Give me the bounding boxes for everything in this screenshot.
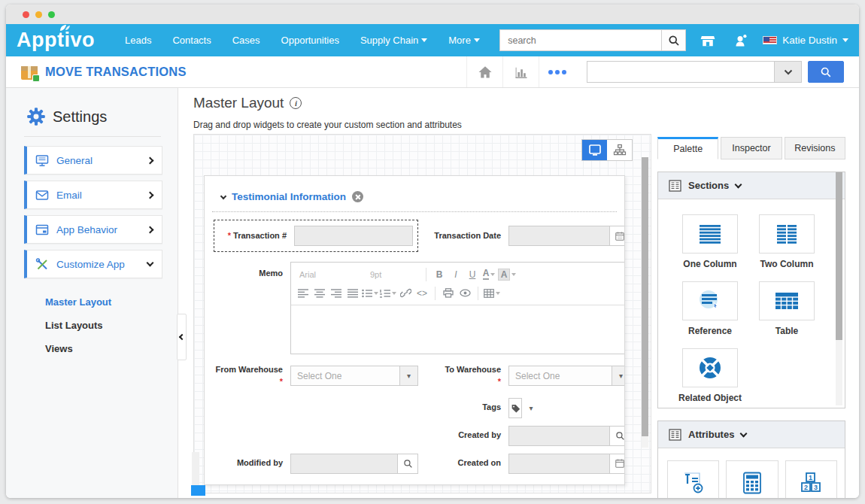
transaction-date-input[interactable] [508, 226, 610, 246]
user-menu[interactable]: Katie Dustin [763, 35, 848, 46]
sections-group-header[interactable]: Sections [658, 172, 845, 199]
code-button[interactable]: <> [414, 286, 429, 301]
layout-editor: Master Layout i Drag and drop widgets to… [178, 88, 859, 498]
bold-button[interactable]: B [432, 267, 447, 282]
nav-item-leads[interactable]: Leads [125, 35, 151, 46]
numbered-list-button[interactable] [380, 286, 396, 301]
more-actions-button[interactable] [539, 56, 575, 87]
field-label: Tags [426, 402, 501, 414]
link-button[interactable] [398, 286, 413, 301]
chevron-down-icon[interactable]: ▾ [612, 366, 625, 386]
app-store-button[interactable] [697, 29, 719, 52]
minimize-window-icon[interactable] [35, 11, 42, 18]
sidebar-subitem-views[interactable]: Views [45, 343, 178, 354]
align-right-button[interactable] [329, 286, 344, 301]
home-button[interactable] [466, 56, 502, 87]
tab-palette[interactable]: Palette [657, 137, 718, 159]
font-size-select[interactable]: 9pt [366, 267, 420, 282]
italic-button[interactable]: I [448, 267, 463, 282]
sidebar-item-email[interactable]: Email [24, 181, 162, 209]
bullet-list-button[interactable] [362, 286, 378, 301]
tab-inspector[interactable]: Inspector [721, 137, 782, 159]
field-label: To Warehouse * [426, 364, 501, 388]
nav-item-contacts[interactable]: Contacts [172, 35, 211, 46]
selected-field-transaction-number[interactable]: * Transaction # [214, 220, 418, 252]
print-button[interactable] [441, 286, 456, 301]
attributes-group-header[interactable]: Attributes [658, 421, 845, 448]
tree-view-toggle[interactable] [607, 140, 632, 160]
underline-button[interactable]: U [465, 267, 480, 282]
calendar-button[interactable] [610, 226, 625, 246]
modified-by-input[interactable] [290, 454, 398, 474]
section-remove-icon[interactable] [352, 191, 363, 202]
palette-item-related-object[interactable]: Related Object [672, 348, 748, 403]
created-on-input[interactable] [508, 454, 610, 474]
chevron-down-icon: ▾ [522, 398, 540, 418]
palette-item-table[interactable]: Table [748, 281, 825, 336]
canvas-scrollbar[interactable] [642, 157, 648, 448]
layout-canvas[interactable]: Testimonial Information * Transaction # [193, 134, 651, 493]
bar-chart-icon [513, 65, 530, 80]
sidebar-subitem-master-layout[interactable]: Master Layout [45, 296, 178, 308]
palette-item-text-attribute[interactable] [667, 460, 719, 498]
user-name: Katie Dustin [782, 35, 837, 46]
table-button[interactable] [484, 286, 500, 301]
global-search-button[interactable] [661, 29, 686, 51]
align-justify-button[interactable] [345, 286, 360, 301]
nav-item-more[interactable]: More [448, 35, 480, 46]
apptivo-logo[interactable]: Apptivo [17, 29, 95, 52]
tab-revisions[interactable]: Revisions [785, 137, 845, 159]
memo-rich-text-editor[interactable]: Arial 9pt B I U [290, 262, 625, 354]
preview-button[interactable] [457, 286, 472, 301]
sidebar-collapse-button[interactable] [177, 314, 187, 360]
info-icon[interactable]: i [290, 97, 302, 109]
sidebar-item-app-behavior[interactable]: App Behavior [24, 215, 162, 244]
palette-item-reference[interactable]: Reference [672, 281, 748, 336]
sidebar-item-general[interactable]: General [24, 146, 162, 175]
text-color-button[interactable]: A [481, 267, 496, 282]
nav-item-cases[interactable]: Cases [232, 35, 260, 46]
desktop-view-toggle[interactable] [582, 140, 607, 160]
canvas-left-scrollbar[interactable] [192, 452, 199, 485]
sidebar-item-customize-app[interactable]: Customize App [24, 250, 162, 278]
maximize-window-icon[interactable] [48, 11, 55, 18]
sidebar-subitem-list-layouts[interactable]: List Layouts [45, 320, 178, 331]
bg-color-button[interactable]: A [498, 267, 516, 282]
section-collapse-icon[interactable] [220, 193, 226, 199]
lookup-button[interactable] [398, 454, 418, 474]
memo-textarea[interactable] [291, 305, 625, 354]
close-window-icon[interactable] [23, 11, 29, 18]
palette-item-number-attribute[interactable] [726, 460, 778, 498]
nav-item-supply-chain[interactable]: Supply Chain [360, 35, 427, 46]
from-warehouse-select[interactable]: Select One ▾ [290, 366, 418, 386]
created-by-input[interactable] [508, 426, 610, 446]
record-search-button[interactable] [808, 61, 844, 83]
section-title[interactable]: Testimonial Information [232, 191, 346, 202]
transaction-number-input[interactable] [294, 226, 413, 246]
tags-button[interactable]: ▾ [508, 398, 540, 418]
global-search-input[interactable] [499, 29, 661, 51]
chevron-down-icon [490, 273, 495, 276]
record-selector [587, 61, 802, 83]
to-warehouse-select[interactable]: Select One ▾ [508, 366, 625, 386]
palette-item-one-column[interactable]: One Column [672, 214, 748, 269]
view-toggle-group [581, 139, 633, 161]
panel-scrollbar[interactable] [836, 172, 842, 405]
reports-button[interactable] [502, 56, 539, 87]
search-icon [615, 431, 625, 441]
storefront-icon [700, 33, 716, 48]
align-center-button[interactable] [312, 286, 327, 301]
search-icon [668, 35, 680, 47]
user-status-button[interactable] [730, 29, 752, 52]
chevron-down-icon[interactable]: ▾ [400, 366, 418, 386]
font-family-select[interactable]: Arial [296, 267, 365, 282]
align-left-button[interactable] [296, 286, 311, 301]
calendar-button[interactable] [610, 454, 625, 474]
nav-item-opportunities[interactable]: Opportunities [281, 35, 339, 46]
record-select-input[interactable] [587, 61, 775, 83]
calculator-icon [742, 472, 763, 494]
palette-item-two-column[interactable]: Two Column [748, 214, 825, 269]
lookup-button[interactable] [610, 426, 625, 446]
palette-item-counter-attribute[interactable]: 1 2 3 [785, 460, 837, 498]
record-select-dropdown-button[interactable] [775, 61, 802, 83]
